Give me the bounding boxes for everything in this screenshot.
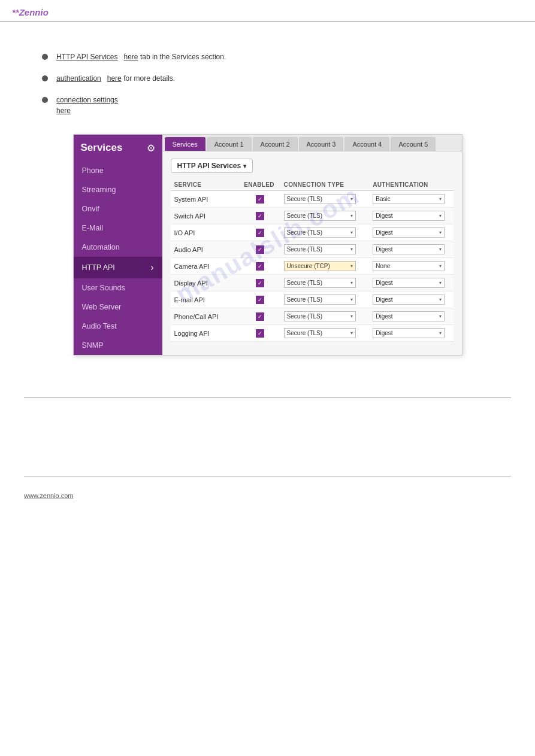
sidebar-item-web-server[interactable]: Web Server — [74, 297, 162, 317]
th-enabled: ENABLED — [240, 179, 280, 191]
cell-enabled[interactable] — [240, 241, 280, 258]
sidebar-item-phone[interactable]: Phone — [74, 161, 162, 180]
cell-enabled[interactable] — [240, 275, 280, 292]
auth-select[interactable]: Digest▾ — [373, 211, 445, 221]
cell-enabled[interactable] — [240, 191, 280, 208]
cell-enabled[interactable] — [240, 292, 280, 308]
connection-select[interactable]: Secure (TLS)▾ — [284, 294, 356, 305]
sidebar-item-audio-test[interactable]: Audio Test — [74, 317, 162, 336]
cell-service: Phone/Call API — [171, 308, 241, 325]
cell-enabled[interactable] — [240, 308, 280, 325]
bullet-link-1b[interactable]: here — [124, 53, 138, 61]
cell-enabled[interactable] — [240, 224, 280, 241]
sidebar-item-streaming[interactable]: Streaming — [74, 180, 162, 199]
bullet-link-3a[interactable]: connection settings — [56, 96, 118, 104]
cell-service: Logging API — [171, 325, 241, 342]
tabs-row: Services Account 1 Account 2 Account 3 A… — [162, 135, 462, 151]
connection-select[interactable]: Secure (TLS)▾ — [284, 244, 356, 254]
table-row: Switch APISecure (TLS)▾Digest▾ — [171, 208, 454, 224]
cell-auth: Digest▾ — [369, 241, 453, 258]
chevron-down-icon: ▾ — [350, 330, 353, 336]
footer-link[interactable]: www.zennio.com — [24, 492, 74, 499]
cell-enabled[interactable] — [240, 325, 280, 342]
bottom-section — [0, 404, 535, 470]
checkbox[interactable] — [256, 279, 264, 287]
cell-enabled[interactable] — [240, 258, 280, 275]
tools-icon: ⚙ — [147, 142, 155, 154]
chevron-down-icon: ▾ — [439, 263, 442, 269]
tab-account4[interactable]: Account 4 — [344, 137, 389, 151]
table-header-row: SERVICE ENABLED CONNECTION TYPE AUTHENTI… — [171, 179, 454, 191]
table-row: Camera APIUnsecure (TCP)▾None▾ — [171, 258, 454, 275]
th-auth: AUTHENTICATION — [369, 179, 453, 191]
auth-select[interactable]: Digest▾ — [373, 311, 445, 321]
table-row: System APISecure (TLS)▾Basic▾ — [171, 191, 454, 208]
bullet-item-2: authentication here for more details. — [42, 73, 511, 84]
tab-account2[interactable]: Account 2 — [253, 137, 298, 151]
auth-select[interactable]: None▾ — [373, 261, 445, 271]
cell-connection: Secure (TLS)▾ — [280, 275, 370, 292]
auth-select[interactable]: Digest▾ — [373, 227, 445, 238]
connection-select[interactable]: Secure (TLS)▾ — [284, 328, 356, 338]
auth-select[interactable]: Digest▾ — [373, 294, 445, 305]
checkbox[interactable] — [256, 212, 264, 220]
chevron-down-icon: ▾ — [439, 280, 442, 286]
sidebar-item-http-api[interactable]: HTTP API — [74, 257, 162, 278]
bullet-link-2a[interactable]: authentication — [56, 74, 101, 83]
checkbox[interactable] — [256, 296, 264, 304]
footer-link-section: www.zennio.com — [0, 482, 535, 503]
chevron-down-icon: ▾ — [439, 196, 442, 202]
checkbox[interactable] — [256, 329, 264, 338]
auth-select[interactable]: Digest▾ — [373, 278, 445, 288]
checkbox[interactable] — [256, 312, 264, 321]
sidebar-item-user-sounds[interactable]: User Sounds — [74, 278, 162, 297]
connection-select[interactable]: Secure (TLS)▾ — [284, 211, 356, 221]
checkbox[interactable] — [256, 245, 264, 254]
checkbox[interactable] — [256, 195, 264, 204]
checkbox[interactable] — [256, 229, 264, 237]
chevron-down-icon: ▾ — [350, 280, 353, 286]
sidebar-item-onvif[interactable]: Onvif — [74, 199, 162, 218]
chevron-down-icon: ▾ — [439, 230, 442, 235]
sidebar-item-snmp[interactable]: SNMP — [74, 336, 162, 355]
footer-bottom-divider — [24, 476, 511, 476]
auth-select[interactable]: Digest▾ — [373, 244, 445, 254]
bullet-link-2b[interactable]: here — [107, 74, 122, 83]
tab-account5[interactable]: Account 5 — [391, 137, 436, 151]
bullet-link-1a[interactable]: HTTP API Services — [56, 53, 117, 61]
tab-services[interactable]: Services — [165, 137, 205, 151]
cell-connection: Secure (TLS)▾ — [280, 224, 370, 241]
page-content: HTTP API Services here tab in the Servic… — [0, 22, 535, 379]
bullet-dot-2 — [42, 75, 48, 81]
th-service: SERVICE — [171, 179, 241, 191]
chevron-down-icon: ▾ — [350, 213, 353, 218]
bullet-section: HTTP API Services here tab in the Servic… — [42, 51, 511, 116]
table-row: Logging APISecure (TLS)▾Digest▾ — [171, 325, 454, 342]
auth-select[interactable]: Basic▾ — [373, 194, 445, 204]
bottom-spacer — [24, 410, 511, 458]
chevron-down-icon: ▾ — [350, 230, 353, 235]
connection-select[interactable]: Secure (TLS)▾ — [284, 227, 356, 238]
auth-select[interactable]: Digest▾ — [373, 328, 445, 338]
bullet-link-3b[interactable]: here — [56, 107, 71, 115]
tab-account1[interactable]: Account 1 — [207, 137, 252, 151]
cell-enabled[interactable] — [240, 208, 280, 224]
checkbox[interactable] — [256, 262, 264, 271]
connection-select[interactable]: Secure (TLS)▾ — [284, 311, 356, 321]
chevron-down-icon: ▾ — [350, 314, 353, 319]
cell-connection: Secure (TLS)▾ — [280, 191, 370, 208]
chevron-down-icon: ▾ — [439, 213, 442, 218]
cell-auth: Digest▾ — [369, 275, 453, 292]
table-row: E-mail APISecure (TLS)▾Digest▾ — [171, 292, 454, 308]
sidebar-title: Services — [81, 142, 123, 154]
connection-select[interactable]: Secure (TLS)▾ — [284, 278, 356, 288]
sidebar-item-email[interactable]: E-Mail — [74, 218, 162, 238]
chevron-down-icon: ▾ — [439, 297, 442, 302]
sidebar-header: Services ⚙ — [74, 135, 162, 161]
th-connection: CONNECTION TYPE — [280, 179, 370, 191]
tab-account3[interactable]: Account 3 — [299, 137, 344, 151]
sidebar-item-automation[interactable]: Automation — [74, 238, 162, 257]
cell-connection: Secure (TLS)▾ — [280, 308, 370, 325]
connection-select[interactable]: Secure (TLS)▾ — [284, 194, 356, 204]
connection-select[interactable]: Unsecure (TCP)▾ — [284, 261, 356, 271]
